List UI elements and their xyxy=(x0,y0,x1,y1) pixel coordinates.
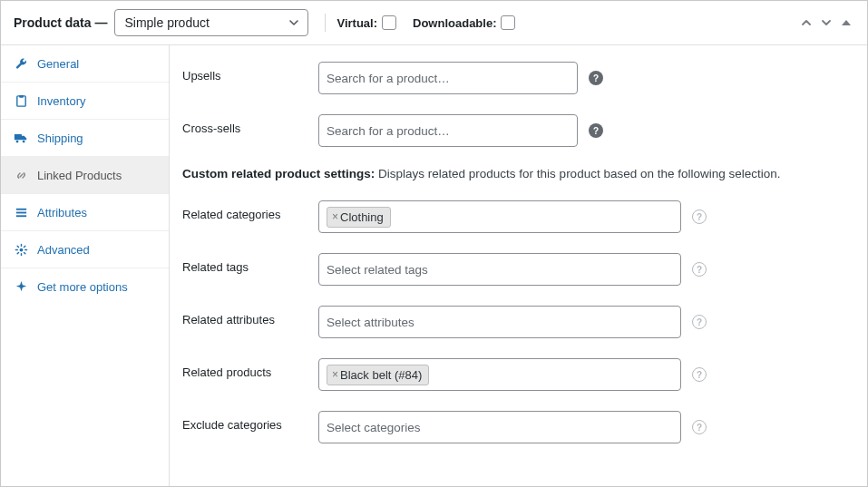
related-attributes-input[interactable]: Select attributes xyxy=(318,306,681,338)
related-products-row: Related products × Black belt (#84) ? xyxy=(182,358,854,391)
virtual-toggle[interactable]: Virtual: xyxy=(336,15,396,30)
related-tags-placeholder: Select related tags xyxy=(327,263,428,277)
panel-body: General Inventory Shipping Linked Produc… xyxy=(1,45,867,486)
tab-get-more-options[interactable]: Get more options xyxy=(1,268,169,305)
related-attributes-placeholder: Select attributes xyxy=(327,316,414,329)
related-tags-input[interactable]: Select related tags xyxy=(318,253,681,286)
chip-black-belt[interactable]: × Black belt (#84) xyxy=(327,365,429,385)
exclude-categories-row: Exclude categories Select categories ? xyxy=(182,411,854,443)
related-attributes-label: Related attributes xyxy=(182,306,318,326)
tab-label: Linked Products xyxy=(37,169,122,182)
tab-linked-products[interactable]: Linked Products xyxy=(1,157,169,194)
header-divider xyxy=(325,14,326,32)
product-type-select-wrap: Simple product xyxy=(114,9,308,36)
virtual-checkbox[interactable] xyxy=(382,15,396,30)
tab-shipping[interactable]: Shipping xyxy=(1,120,169,157)
tab-attributes[interactable]: Attributes xyxy=(1,194,169,231)
panel-title-text: Product data xyxy=(14,15,92,30)
related-products-input[interactable]: × Black belt (#84) xyxy=(318,358,681,391)
exclude-categories-placeholder: Select categories xyxy=(327,421,421,434)
upsells-label: Upsells xyxy=(182,62,318,83)
clipboard-icon xyxy=(14,93,28,108)
move-up-icon[interactable] xyxy=(796,13,816,33)
svg-rect-5 xyxy=(15,211,25,213)
tab-label: Shipping xyxy=(37,131,83,145)
svg-rect-6 xyxy=(15,215,25,217)
list-icon xyxy=(14,205,28,219)
related-tags-row: Related tags Select related tags ? xyxy=(182,253,854,286)
help-icon[interactable]: ? xyxy=(692,262,707,277)
custom-related-info: Custom related product settings: Display… xyxy=(182,167,854,180)
related-products-label: Related products xyxy=(182,358,318,379)
panel-header: Product data — Simple product Virtual: D… xyxy=(1,1,867,45)
tab-label: Advanced xyxy=(37,243,90,257)
tab-label: General xyxy=(37,57,79,71)
svg-rect-4 xyxy=(15,208,25,209)
help-icon[interactable]: ? xyxy=(692,209,707,224)
related-attributes-field-holder: Select attributes ? xyxy=(318,306,707,338)
tab-inventory[interactable]: Inventory xyxy=(1,83,169,120)
related-categories-label: Related categories xyxy=(182,200,318,221)
crosssells-label: Cross-sells xyxy=(182,114,318,135)
exclude-categories-input[interactable]: Select categories xyxy=(318,411,681,443)
crosssells-field-holder: Search for a product… ? xyxy=(318,114,603,147)
crosssells-row: Cross-sells Search for a product… ? xyxy=(182,114,854,147)
related-categories-field-holder: × Clothing ? xyxy=(318,200,707,233)
virtual-label: Virtual: xyxy=(336,16,377,30)
downloadable-checkbox[interactable] xyxy=(501,15,515,30)
product-type-select[interactable]: Simple product xyxy=(114,9,308,36)
truck-icon xyxy=(14,131,28,145)
related-products-field-holder: × Black belt (#84) ? xyxy=(318,358,707,391)
svg-rect-1 xyxy=(19,94,24,97)
chip-clothing[interactable]: × Clothing xyxy=(327,207,391,228)
upsells-row: Upsells Search for a product… ? xyxy=(182,62,854,94)
sparkle-icon xyxy=(14,279,28,294)
help-icon[interactable]: ? xyxy=(692,420,707,434)
custom-related-info-bold: Custom related product settings: xyxy=(182,167,375,180)
svg-point-3 xyxy=(23,140,25,142)
help-icon[interactable]: ? xyxy=(692,315,707,329)
chip-label: Black belt (#84) xyxy=(340,368,422,382)
move-down-icon[interactable] xyxy=(816,13,836,33)
tab-label: Attributes xyxy=(37,206,87,219)
collapse-icon[interactable] xyxy=(836,13,856,33)
link-icon xyxy=(14,168,28,182)
tab-advanced[interactable]: Advanced xyxy=(1,231,169,268)
panel-title-dash: — xyxy=(92,15,108,30)
help-icon[interactable]: ? xyxy=(589,123,603,138)
wrench-icon xyxy=(14,56,28,71)
crosssells-placeholder: Search for a product… xyxy=(327,124,450,138)
related-categories-input[interactable]: × Clothing xyxy=(318,200,681,233)
tab-label: Inventory xyxy=(37,94,85,108)
custom-related-info-rest: Displays related products for this produ… xyxy=(375,167,780,180)
panel-title: Product data — xyxy=(14,15,107,30)
related-categories-row: Related categories × Clothing ? xyxy=(182,200,854,233)
chip-label: Clothing xyxy=(340,210,384,224)
related-attributes-row: Related attributes Select attributes ? xyxy=(182,306,854,338)
svg-point-7 xyxy=(19,248,23,251)
remove-chip-icon[interactable]: × xyxy=(332,368,338,381)
exclude-categories-label: Exclude categories xyxy=(182,411,318,432)
upsells-placeholder: Search for a product… xyxy=(327,72,450,85)
upsells-field-holder: Search for a product… ? xyxy=(318,62,603,94)
remove-chip-icon[interactable]: × xyxy=(332,210,338,223)
tab-label: Get more options xyxy=(37,280,128,294)
downloadable-toggle[interactable]: Downloadable: xyxy=(413,15,515,30)
product-data-panel: Product data — Simple product Virtual: D… xyxy=(0,0,868,487)
related-tags-field-holder: Select related tags ? xyxy=(318,253,707,286)
help-icon[interactable]: ? xyxy=(589,71,603,85)
crosssells-input[interactable]: Search for a product… xyxy=(318,114,578,147)
related-tags-label: Related tags xyxy=(182,253,318,274)
product-tabs: General Inventory Shipping Linked Produc… xyxy=(1,45,170,486)
downloadable-label: Downloadable: xyxy=(413,16,496,30)
help-icon[interactable]: ? xyxy=(692,367,707,382)
linked-products-content: Upsells Search for a product… ? Cross-se… xyxy=(170,45,867,486)
tab-general[interactable]: General xyxy=(1,45,169,83)
exclude-categories-field-holder: Select categories ? xyxy=(318,411,707,443)
svg-point-2 xyxy=(16,140,19,142)
gear-icon xyxy=(14,242,28,257)
upsells-input[interactable]: Search for a product… xyxy=(318,62,578,94)
